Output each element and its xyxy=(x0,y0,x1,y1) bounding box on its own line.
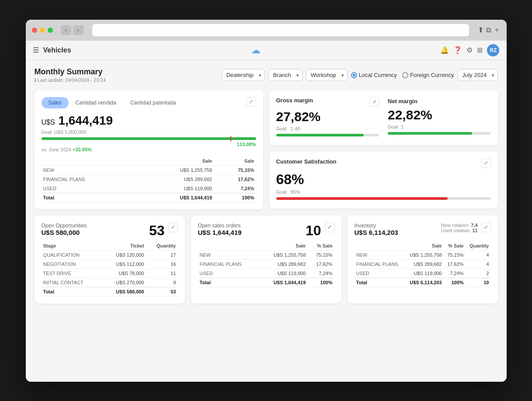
browser-window: ‹ › ⬆ ⧉ ＋ ☰ Vehicles ☁ 🔔 ❓ ⚙ ⊞ RZ xyxy=(26,20,507,382)
new-tab-button[interactable]: ＋ xyxy=(494,25,501,35)
grid-icon[interactable]: ⊞ xyxy=(477,46,483,54)
total-sale: U$S 1,644,419 xyxy=(138,193,214,202)
table-row: NEGOTIATION U$S 112,000 16 xyxy=(42,259,178,268)
satisfaction-title: Customer Satisfaction xyxy=(276,158,337,165)
question-icon[interactable]: ❓ xyxy=(453,46,462,54)
local-currency-label: Local Currency xyxy=(359,72,397,78)
app-container: ☰ Vehicles ☁ 🔔 ❓ ⚙ ⊞ RZ Monthly Summary xyxy=(26,41,507,382)
inventory-title: Inventory xyxy=(355,223,398,229)
row-sale: U$S 289,682 xyxy=(138,174,214,184)
minimize-traffic-light[interactable] xyxy=(40,28,45,33)
tab-cantidad-vendida[interactable]: Cantidad vendida xyxy=(69,97,123,108)
table-row: QUALIFICATION U$S 120,000 17 xyxy=(42,250,178,259)
sales-card: Sales Cantidad vendida Cantidad patentad… xyxy=(35,90,263,209)
gross-margin-progress xyxy=(276,134,379,136)
table-row: NEW U$S 1,255,758 75,15% xyxy=(198,250,334,259)
inventory-expand-button[interactable]: ⤢ xyxy=(481,223,491,232)
row-sale: U$S 1,255,758 xyxy=(138,165,214,174)
net-margin-goal: Goal 1 xyxy=(388,124,491,129)
sales-progress-label: 113.08% xyxy=(42,142,256,147)
table-row: TEST DRIVE U$S 78,000 11 xyxy=(42,268,178,278)
forward-button[interactable]: › xyxy=(73,25,83,35)
net-margin-title: Net margin xyxy=(388,98,417,105)
back-button[interactable]: ‹ xyxy=(61,25,71,35)
table-row: FINANCIAL PLANS U$S 289,682 17,62% xyxy=(42,174,256,184)
avatar[interactable]: RZ xyxy=(487,44,499,56)
tab-cantidad-patentada[interactable]: Cantidad patentada xyxy=(123,97,183,108)
gross-margin-value: 27,82% xyxy=(276,109,379,124)
gross-margin-goal: Goal: 1.40 xyxy=(276,126,379,131)
local-currency-radio[interactable] xyxy=(351,72,357,78)
workshop-filter[interactable]: Workshop xyxy=(306,69,348,81)
sales-tabs: Sales Cantidad vendida Cantidad patentad… xyxy=(42,97,183,108)
inventory-header: Inventory U$S 6,114,203 New rotation: 7,… xyxy=(355,223,491,240)
inventory-total-row: Total U$S 6,114,203 100% 10 xyxy=(355,278,491,287)
sales-amount: U$S 1,644,419 xyxy=(42,114,256,128)
sales-goal-line: Goal: U$S 5,000,000 xyxy=(42,129,256,135)
net-margin-value: 22,82% xyxy=(388,108,491,122)
opportunities-expand-button[interactable]: ⤢ xyxy=(168,223,178,232)
dashboard-grid: Sales Cantidad vendida Cantidad patentad… xyxy=(35,90,498,209)
sales-value: 1,644,419 xyxy=(58,114,113,127)
page-title-section: Monthly Summary ℹ Last update: 24/04/202… xyxy=(35,67,106,83)
sales-total-row: Total U$S 1,644,419 100% xyxy=(42,193,256,202)
dealership-filter[interactable]: Dealership xyxy=(222,69,265,81)
sales-progress-fill xyxy=(42,137,256,140)
currency-group: Local Currency Foreign Currency xyxy=(351,72,454,78)
net-margin-fill xyxy=(388,132,472,135)
maximize-traffic-light[interactable] xyxy=(48,28,53,33)
open-sales-orders-card: Open sales orders U$S 1,644,419 10 ⤢ xyxy=(191,216,341,303)
total-pct: 100% xyxy=(214,193,256,202)
opportunities-header: Open Opportunities U$S 580,000 53 ⤢ xyxy=(42,223,178,240)
local-currency-option[interactable]: Local Currency xyxy=(351,72,397,78)
filters: Dealership Branch Workshop xyxy=(222,69,498,81)
table-row: NEW U$S 1,255,758 75,15% xyxy=(42,165,256,174)
gross-margin-title: Gross margin xyxy=(276,97,313,104)
app-header-right: 🔔 ❓ ⚙ ⊞ RZ xyxy=(440,44,499,56)
gear-icon[interactable]: ⚙ xyxy=(466,46,473,54)
sales-currency: U$S xyxy=(42,119,55,126)
row-pct: 75,15% xyxy=(214,165,256,174)
foreign-currency-option[interactable]: Foreign Currency xyxy=(402,72,454,78)
hamburger-icon[interactable]: ☰ xyxy=(33,46,39,54)
row-label: FINANCIAL PLANS xyxy=(42,174,139,184)
sales-orders-expand-button[interactable]: ⤢ xyxy=(325,223,334,232)
cloud-icon: ☁ xyxy=(251,45,261,56)
share-button[interactable]: ⬆ xyxy=(478,25,483,35)
date-filter[interactable]: July 2024 xyxy=(458,69,498,81)
branch-filter[interactable]: Branch xyxy=(268,69,303,81)
satisfaction-expand-button[interactable]: ⤢ xyxy=(481,158,491,168)
sales-expand-button[interactable]: ⤢ xyxy=(247,97,256,107)
sales-col-pct: Sale xyxy=(214,157,256,166)
browser-titlebar: ‹ › ⬆ ⧉ ＋ xyxy=(26,20,507,41)
close-traffic-light[interactable] xyxy=(32,28,37,33)
sales-progress-bar xyxy=(42,137,256,140)
sales-col-label xyxy=(42,157,139,166)
table-row: USED U$S 119,000 7,24% xyxy=(198,268,334,278)
table-row: FINANCIAL PLANS U$S 289,682 17,62% 4 xyxy=(355,259,491,268)
tab-sales[interactable]: Sales xyxy=(42,97,69,108)
satisfaction-value: 68% xyxy=(276,171,491,188)
inventory-amount: U$S 6,114,203 xyxy=(355,229,398,236)
branch-filter-wrapper: Branch xyxy=(268,69,303,81)
sales-orders-count: 10 xyxy=(306,223,321,239)
app-header-left: ☰ Vehicles xyxy=(33,46,71,54)
customer-satisfaction-card: Customer Satisfaction ⤢ 68% Goal: 85% xyxy=(269,151,498,209)
info-icon: ℹ xyxy=(35,77,38,83)
row-sale: U$S 119,000 xyxy=(138,184,214,193)
opportunities-total-row: Total U$S 580,000 53 xyxy=(42,287,178,296)
gross-margin-expand-button[interactable]: ⤢ xyxy=(369,97,379,107)
content-area: Monthly Summary ℹ Last update: 24/04/202… xyxy=(26,60,507,310)
right-panel: Gross margin ⤢ 27,82% Goal: 1.40 xyxy=(269,90,498,209)
foreign-currency-radio[interactable] xyxy=(402,72,408,78)
duplicate-button[interactable]: ⧉ xyxy=(486,25,491,35)
bell-icon[interactable]: 🔔 xyxy=(440,46,449,54)
last-update: ℹ Last update: 24/04/2024 - 23:24 xyxy=(35,77,106,83)
rotation-info: New rotation: 7,4 Used rotation: 11 xyxy=(441,223,478,233)
table-row: INITIAL CONTACT U$S 270,000 9 xyxy=(42,278,178,287)
address-bar[interactable] xyxy=(92,24,469,36)
net-margin-progress xyxy=(388,132,491,135)
bottom-grid: Open Opportunities U$S 580,000 53 ⤢ Stag… xyxy=(35,216,498,303)
margin-card: Gross margin ⤢ 27,82% Goal: 1.40 xyxy=(269,90,498,145)
sales-orders-amount: U$S 1,644,419 xyxy=(198,229,242,236)
